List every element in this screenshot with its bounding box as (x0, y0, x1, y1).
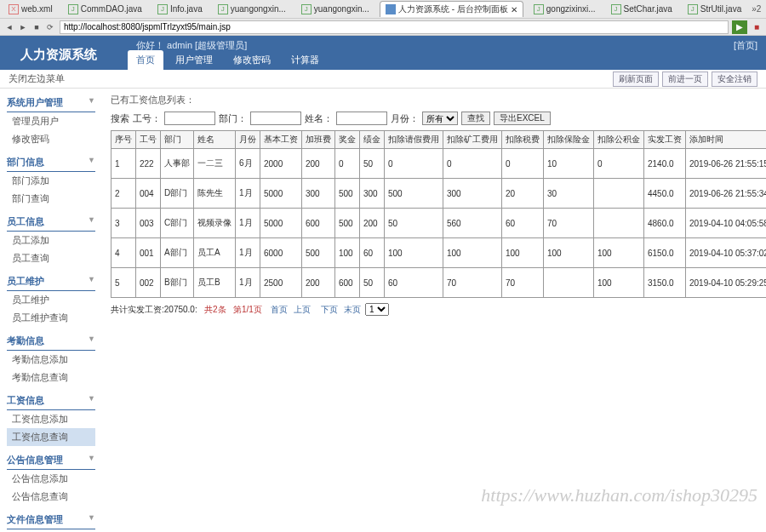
first-page[interactable]: 首页 (271, 305, 288, 314)
stop-icon[interactable]: ■ (31, 21, 43, 33)
sidebar-item[interactable]: 部门添加 (7, 172, 95, 190)
select-month[interactable]: 所有 (422, 112, 458, 125)
cell: 70 (443, 268, 502, 298)
cell: 300 (443, 179, 502, 209)
ide-tab[interactable]: Jyuangongxin... (296, 1, 374, 17)
sidebar-item[interactable]: 修改密码 (7, 130, 95, 148)
tab-label: gongzixinxi... (546, 4, 596, 14)
label-name: 姓名： (305, 112, 333, 125)
top-tab[interactable]: 计算器 (283, 50, 328, 70)
toggle-sidebar[interactable]: 关闭左边菜单 (9, 72, 65, 85)
salary-table: 序号工号部门姓名月份基本工资加班费奖金绩金扣除请假费用扣除矿工费用扣除税费扣除保… (111, 130, 766, 298)
sidebar-item[interactable]: 管理员用户 (7, 112, 95, 130)
ide-tab[interactable]: JCommDAO.java (63, 1, 147, 17)
sidebar-item[interactable]: 员工维护 (7, 291, 95, 309)
file-icon: J (157, 4, 168, 14)
cell: 陈先生 (194, 179, 236, 209)
sidebar-group-header[interactable]: 员工维护▼ (7, 272, 95, 291)
cell: 视频录像 (194, 209, 236, 238)
sidebar-item[interactable]: 员工维护查询 (7, 309, 95, 327)
prev-page[interactable]: 上页 (294, 305, 311, 314)
cell: D部门 (161, 179, 194, 209)
column-header: 扣除保险金 (544, 131, 594, 149)
sidebar-item[interactable]: 工资信息查询 (7, 428, 95, 446)
sidebar-group-header[interactable]: 系统用户管理▼ (7, 94, 95, 112)
group-title: 员工信息 (7, 215, 44, 228)
forward-page-button[interactable]: 前进一页 (662, 72, 708, 87)
stop-small-icon[interactable]: ■ (751, 21, 763, 33)
sidebar-group-header[interactable]: 员工信息▼ (7, 213, 95, 232)
cell: 5 (111, 268, 136, 298)
chevron-down-icon: ▼ (88, 335, 95, 347)
brand-title: 人力资源系统 (0, 47, 111, 70)
export-excel-button[interactable]: 导出EXCEL (494, 112, 551, 125)
sidebar-group-header[interactable]: 考勤信息▼ (7, 332, 95, 351)
input-empno[interactable] (164, 112, 215, 125)
last-page[interactable]: 末页 (344, 305, 361, 314)
forward-icon[interactable]: ► (17, 21, 29, 33)
cell: 0 (385, 149, 443, 179)
label-empno: 工号： (133, 112, 161, 125)
file-icon: X (9, 4, 19, 14)
sidebar-group-header[interactable]: 公告信息管理▼ (7, 451, 95, 470)
refresh-page-button[interactable]: 刷新页面 (613, 72, 659, 87)
ide-tab[interactable]: JInfo.java (152, 1, 208, 17)
back-icon[interactable]: ◄ (3, 21, 15, 33)
sidebar-group-header[interactable]: 工资信息▼ (7, 392, 95, 410)
input-dept[interactable] (250, 112, 301, 125)
input-name[interactable] (336, 112, 387, 125)
sidebar-group-header[interactable]: 文件信息管理▼ (7, 511, 95, 529)
group-title: 部门信息 (7, 156, 44, 169)
ide-tab[interactable]: Jgongzixinxi... (529, 1, 601, 17)
ide-tab[interactable]: JSetChar.java (606, 1, 677, 17)
group-title: 工资信息 (7, 394, 44, 407)
sidebar-item[interactable]: 考勤信息添加 (7, 351, 95, 369)
url-input[interactable] (60, 20, 729, 34)
cell: 30 (544, 179, 594, 209)
ide-tab[interactable]: JStrUtil.java (683, 1, 746, 17)
refresh-icon[interactable]: ⟳ (44, 21, 56, 33)
cell: 600 (302, 209, 335, 238)
column-header: 姓名 (194, 131, 236, 149)
cell: 0 (443, 149, 502, 179)
tab-label: CommDAO.java (81, 4, 142, 14)
cell: C部门 (161, 209, 194, 238)
top-tab[interactable]: 首页 (128, 50, 163, 70)
more-tabs[interactable]: »2 (752, 4, 761, 14)
tab-label: 人力资源系统 - 后台控制面板 (398, 3, 508, 15)
column-header: 工号 (136, 131, 161, 149)
cell: 500 (385, 179, 443, 209)
search-button[interactable]: 查找 (461, 112, 490, 125)
sidebar-item[interactable]: 考勤信息查询 (7, 369, 95, 386)
ide-tab[interactable]: 人力资源系统 - 后台控制面板✕ (380, 1, 523, 17)
sidebar-item[interactable]: 部门查询 (7, 190, 95, 208)
sidebar-item[interactable]: 员工添加 (7, 232, 95, 249)
sidebar-item[interactable]: 公告信息添加 (7, 470, 95, 488)
column-header: 基本工资 (260, 131, 302, 149)
ide-tab[interactable]: Xweb.xml (3, 1, 58, 17)
close-icon[interactable]: ✕ (511, 5, 517, 14)
cell: 100 (544, 238, 594, 268)
sub-toolbar: 关闭左边菜单 刷新页面 前进一页 安全注销 (0, 70, 766, 89)
ide-tab[interactable]: Jyuangongxin... (213, 1, 291, 17)
home-link[interactable]: [首页] (734, 39, 757, 52)
page-select[interactable]: 1 (365, 303, 389, 316)
sidebar-item[interactable]: 工资信息添加 (7, 410, 95, 428)
next-page[interactable]: 下页 (321, 305, 338, 314)
sidebar-item[interactable]: 员工查询 (7, 249, 95, 267)
file-icon: J (218, 4, 228, 14)
cell: 2500 (260, 268, 302, 298)
top-tab[interactable]: 用户管理 (167, 50, 221, 70)
cell: 6150.0 (644, 238, 686, 268)
go-button[interactable]: ▶ (732, 20, 747, 34)
cell: 2 (111, 179, 136, 209)
cell: 50 (360, 149, 385, 179)
sidebar-group-header[interactable]: 部门信息▼ (7, 153, 95, 172)
cell: 一二三 (194, 149, 236, 179)
logout-button[interactable]: 安全注销 (712, 72, 757, 87)
sidebar-item[interactable]: 公告信息查询 (7, 488, 95, 506)
cell: 2000 (260, 149, 302, 179)
cell: 100 (385, 238, 443, 268)
cell: 6000 (260, 238, 302, 268)
top-tab[interactable]: 修改密码 (225, 50, 279, 70)
